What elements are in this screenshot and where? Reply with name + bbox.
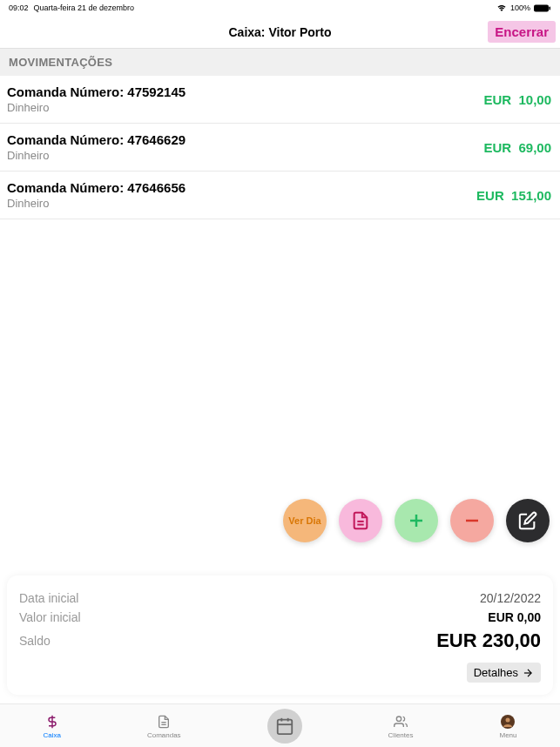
battery-percent: 100% [510, 3, 530, 12]
start-value-label: Valor inicial [19, 610, 81, 624]
transaction-title: Comanda Número: 47646629 [7, 132, 186, 147]
svg-rect-1 [550, 6, 551, 10]
wifi-icon [496, 4, 507, 12]
summary-card: Data inicial 20/12/2022 Valor inicial EU… [7, 575, 553, 695]
balance-label: Saldo [19, 634, 51, 648]
tab-label: Clientes [388, 731, 414, 739]
transaction-amount: EUR 151,00 [476, 188, 551, 203]
transaction-subtitle: Dinheiro [7, 197, 186, 210]
svg-rect-0 [534, 4, 549, 11]
status-bar: 09:02 Quarta-feira 21 de dezembro 100% [0, 0, 560, 16]
plus-icon [406, 510, 427, 531]
details-button[interactable]: Detalhes [467, 663, 541, 683]
document-icon [351, 511, 370, 530]
header: Caixa: Vitor Porto Encerrar [0, 16, 560, 49]
users-icon [392, 713, 409, 730]
action-buttons: Ver Dia [283, 499, 550, 542]
start-date-label: Data inicial [19, 591, 78, 605]
details-label: Detalhes [474, 666, 518, 679]
svg-point-17 [506, 717, 510, 722]
transaction-row[interactable]: Comanda Número: 47646629 Dinheiro EUR 69… [0, 124, 560, 172]
tab-comandas[interactable]: Comandas [147, 713, 181, 739]
subtract-button[interactable] [450, 499, 494, 542]
add-button[interactable] [395, 499, 438, 542]
document-icon [155, 713, 172, 730]
svg-point-15 [396, 717, 401, 721]
tab-label: Caixa [43, 731, 60, 739]
start-value-value: EUR 0,00 [488, 610, 541, 624]
page-title: Caixa: Vitor Porto [229, 25, 332, 39]
transaction-subtitle: Dinheiro [7, 149, 186, 162]
edit-icon [518, 511, 537, 530]
tab-label: Menu [499, 731, 516, 739]
ver-dia-button[interactable]: Ver Dia [283, 499, 327, 542]
edit-button[interactable] [506, 499, 550, 542]
status-date: Quarta-feira 21 de dezembro [34, 3, 135, 12]
dollar-icon [44, 713, 61, 730]
transaction-row[interactable]: Comanda Número: 47646656 Dinheiro EUR 15… [0, 172, 560, 219]
transaction-subtitle: Dinheiro [7, 101, 186, 114]
transaction-amount: EUR 69,00 [483, 140, 551, 155]
tab-label: Comandas [147, 731, 181, 739]
balance-value: EUR 230,00 [436, 629, 541, 652]
minus-icon [462, 510, 482, 531]
tab-bar: Caixa Comandas Clientes Menu [0, 703, 560, 747]
document-button[interactable] [339, 499, 382, 542]
calendar-icon [275, 717, 294, 736]
start-date-value: 20/12/2022 [480, 591, 541, 605]
tab-caixa[interactable]: Caixa [43, 713, 60, 739]
tab-clientes[interactable]: Clientes [388, 713, 414, 739]
battery-icon [534, 4, 551, 12]
transaction-title: Comanda Número: 47592145 [7, 84, 186, 99]
transaction-row[interactable]: Comanda Número: 47592145 Dinheiro EUR 10… [0, 76, 560, 124]
transaction-amount: EUR 10,00 [483, 92, 551, 107]
tab-menu[interactable]: Menu [499, 713, 516, 739]
close-button[interactable]: Encerrar [488, 21, 556, 43]
transaction-list: Comanda Número: 47592145 Dinheiro EUR 10… [0, 76, 560, 219]
status-time: 09:02 [9, 3, 29, 12]
avatar-icon [499, 713, 516, 730]
svg-rect-11 [277, 719, 292, 734]
transaction-title: Comanda Número: 47646656 [7, 180, 186, 195]
section-header: MOVIMENTAÇÕES [0, 49, 560, 76]
tab-calendar[interactable] [267, 709, 302, 744]
arrow-right-icon [522, 667, 534, 679]
